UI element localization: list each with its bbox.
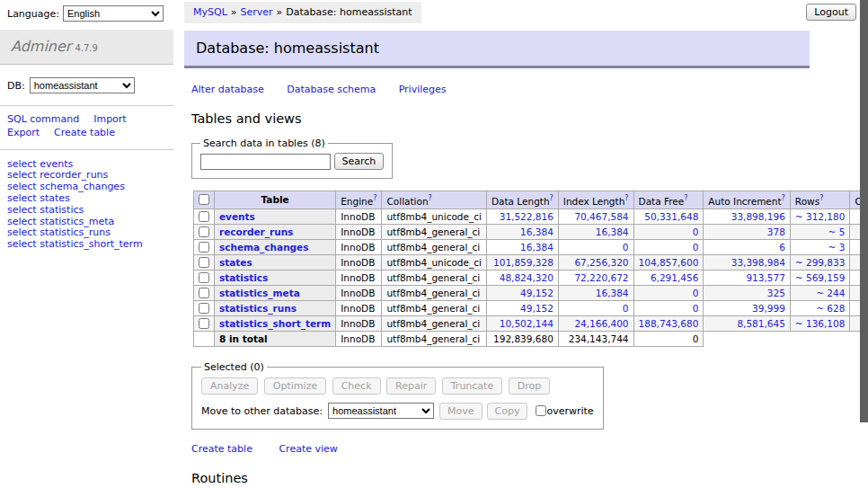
table-link-events[interactable]: events: [219, 211, 255, 222]
data-length-link[interactable]: 16,384: [520, 242, 554, 253]
move-button[interactable]: Move: [439, 403, 483, 420]
search-button[interactable]: Search: [334, 153, 385, 170]
auto-increment-link[interactable]: 6: [779, 242, 785, 253]
data-length-link[interactable]: 31,522,816: [500, 211, 554, 222]
db-select[interactable]: homeassistant: [30, 77, 135, 93]
table-link-states[interactable]: states: [219, 257, 252, 268]
db-label: DB:: [7, 80, 25, 92]
table-link-statistics-runs[interactable]: statistics_runs: [219, 303, 297, 314]
data-length-link[interactable]: 49,152: [520, 288, 554, 298]
row-checkbox[interactable]: [199, 226, 209, 237]
rows-count-link[interactable]: ~ 628: [816, 303, 845, 314]
privileges-link[interactable]: Privileges: [399, 84, 447, 95]
help-icon[interactable]: ?: [819, 194, 823, 202]
check-button[interactable]: Check: [332, 377, 381, 395]
total-data-free: 0: [633, 331, 704, 346]
index-length-link[interactable]: 0: [623, 242, 629, 253]
collation-cell: utf8mb4_general_ci: [382, 285, 486, 300]
data-free-link[interactable]: 50,331,648: [644, 211, 698, 222]
export-link[interactable]: Export: [7, 127, 40, 138]
import-link[interactable]: Import: [93, 113, 127, 125]
data-length-link[interactable]: 49,152: [520, 303, 554, 314]
sql-command-link[interactable]: SQL command: [7, 113, 79, 125]
create-view-link[interactable]: Create view: [279, 443, 337, 455]
help-icon[interactable]: ?: [429, 194, 432, 202]
auto-increment-link[interactable]: 33,398,984: [731, 257, 785, 268]
index-length-link[interactable]: 16,384: [596, 226, 629, 237]
select-all-checkbox[interactable]: [199, 194, 209, 205]
data-length-link[interactable]: 48,824,320: [500, 272, 554, 283]
logout-button[interactable]: Logout: [806, 4, 856, 21]
data-free-link[interactable]: 104,857,600: [639, 257, 699, 268]
rows-count-link[interactable]: ~ 312,180: [795, 211, 846, 222]
table-link-schema-changes[interactable]: schema_changes: [219, 242, 309, 253]
language-select[interactable]: English: [63, 5, 164, 22]
collation-cell: utf8mb4_general_ci: [382, 239, 486, 254]
alter-database-link[interactable]: Alter database: [191, 84, 264, 95]
help-icon[interactable]: ?: [684, 194, 687, 202]
table-link-statistics-short-term[interactable]: statistics_short_term: [219, 318, 331, 329]
auto-increment-link[interactable]: 325: [767, 288, 785, 298]
index-length-link[interactable]: 0: [623, 303, 629, 314]
row-checkbox[interactable]: [199, 318, 209, 329]
breadcrumb-mysql-link[interactable]: MySQL: [193, 6, 227, 18]
rows-count-link[interactable]: ~ 299,833: [795, 257, 846, 268]
copy-button[interactable]: Copy: [487, 403, 528, 420]
auto-increment-link[interactable]: 33,898,196: [731, 211, 785, 222]
help-icon[interactable]: ?: [373, 194, 376, 202]
auto-increment-link[interactable]: 39,999: [752, 303, 785, 314]
sidebar-item-select-states[interactable]: select states: [7, 193, 166, 205]
truncate-button[interactable]: Truncate: [442, 377, 502, 395]
data-free-link[interactable]: 188,743,680: [639, 318, 699, 329]
analyze-button[interactable]: Analyze: [201, 377, 258, 395]
data-length-link[interactable]: 16,384: [520, 226, 554, 237]
scrollbar-thumb[interactable]: [860, 0, 868, 422]
index-length-link[interactable]: 16,384: [596, 288, 629, 298]
row-checkbox[interactable]: [199, 272, 209, 283]
total-checkbox-cell: [194, 331, 215, 346]
row-checkbox[interactable]: [199, 303, 209, 314]
data-length-link[interactable]: 10,502,144: [500, 318, 554, 329]
row-checkbox[interactable]: [199, 242, 209, 253]
index-length-link[interactable]: 72,220,672: [574, 272, 628, 283]
index-length-link[interactable]: 70,467,584: [574, 211, 628, 222]
overwrite-checkbox[interactable]: [536, 405, 546, 416]
data-free-link[interactable]: 6,291,456: [651, 272, 698, 283]
row-checkbox[interactable]: [199, 288, 209, 298]
drop-button[interactable]: Drop: [509, 377, 550, 395]
auto-increment-link[interactable]: 913,577: [746, 272, 784, 283]
index-length-link[interactable]: 24,166,400: [574, 318, 628, 329]
rows-count-link[interactable]: ~ 244: [816, 288, 845, 298]
rows-count-link[interactable]: ~ 136,108: [795, 318, 846, 329]
optimize-button[interactable]: Optimize: [264, 377, 326, 395]
sidebar-item-select-statistics-short-term[interactable]: select statistics_short_term: [7, 239, 166, 251]
help-icon[interactable]: ?: [550, 194, 554, 202]
auto-increment-link[interactable]: 8,581,645: [737, 318, 784, 329]
table-link-statistics-meta[interactable]: statistics_meta: [219, 288, 300, 298]
move-db-select[interactable]: homeassistant: [328, 403, 434, 419]
data-length-link[interactable]: 101,859,328: [493, 257, 554, 268]
index-length-link[interactable]: 67,256,320: [574, 257, 628, 268]
database-schema-link[interactable]: Database schema: [287, 84, 376, 95]
data-free-link[interactable]: 0: [693, 242, 699, 253]
help-icon[interactable]: ?: [624, 194, 628, 202]
help-icon[interactable]: ?: [782, 194, 785, 202]
rows-count-link[interactable]: ~ 569,159: [795, 272, 846, 283]
auto-increment-link[interactable]: 378: [767, 226, 785, 237]
table-link-statistics[interactable]: statistics: [219, 272, 268, 283]
row-checkbox[interactable]: [199, 257, 209, 268]
adminer-logo: Adminer4.7.9: [0, 30, 173, 65]
row-checkbox[interactable]: [199, 211, 209, 222]
rows-count-link[interactable]: ~ 3: [828, 242, 846, 253]
sidebar-item-select-statistics[interactable]: select statistics: [7, 205, 166, 217]
table-link-recorder-runs[interactable]: recorder_runs: [219, 226, 293, 237]
data-free-link[interactable]: 0: [693, 288, 699, 298]
data-free-link[interactable]: 0: [693, 303, 699, 314]
breadcrumb-server-link[interactable]: Server: [241, 6, 273, 18]
search-input[interactable]: [200, 154, 331, 170]
create-table-link-bottom[interactable]: Create table: [191, 443, 252, 455]
rows-count-link[interactable]: ~ 5: [828, 226, 846, 237]
data-free-link[interactable]: 0: [693, 226, 699, 237]
create-table-link[interactable]: Create table: [54, 127, 115, 138]
repair-button[interactable]: Repair: [386, 377, 436, 395]
